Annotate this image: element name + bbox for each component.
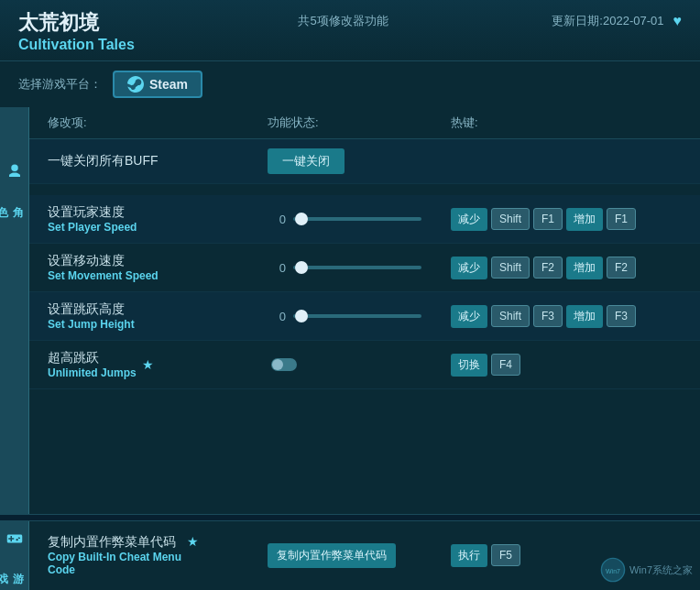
- cheat-name-buff: 一键关闭所有BUFF: [48, 153, 268, 169]
- cheat-row-move-speed: 设置移动速度 Set Movement Speed 0 减少 Shift F2 …: [29, 244, 700, 292]
- buff-name-cn: 一键关闭所有BUFF: [48, 153, 268, 169]
- game-side-tab: 游戏: [0, 521, 29, 590]
- move-speed-decrease-btn[interactable]: 减少: [451, 257, 487, 279]
- section-divider: [0, 514, 700, 521]
- player-speed-cn: 设置玩家速度: [48, 204, 268, 221]
- col-header-3: 热键:: [451, 115, 682, 131]
- buff-status: 一键关闭: [268, 148, 451, 174]
- cheat-row-player-speed: 设置玩家速度 Set Player Speed 0 减少 Shift F1 增加…: [29, 195, 700, 244]
- unlimited-jumps-toggle: [268, 358, 451, 371]
- platform-label: 选择游戏平台：: [18, 76, 102, 93]
- bottom-section: 游戏 复制内置作弊菜单代码 Copy Built-In Cheat MenuCo…: [0, 521, 700, 590]
- jump-height-name: 设置跳跃高度 Set Jump Height: [48, 301, 268, 331]
- header: 太荒初境 Cultivation Tales 共5项修改器功能 更新日期:202…: [0, 0, 700, 61]
- copy-cheat-en: Copy Built-In Cheat MenuCode: [48, 551, 181, 576]
- unlimited-jumps-cn: 超高跳跃: [48, 350, 137, 366]
- copy-cheat-labels: 复制内置作弊菜单代码 Copy Built-In Cheat MenuCode: [48, 534, 181, 576]
- unlimited-jumps-star-icon: ★: [142, 357, 154, 372]
- svg-text:Win7: Win7: [606, 568, 620, 574]
- copy-cheat-button-area: 复制内置作弊菜单代码: [268, 543, 451, 568]
- player-speed-hotkeys: 减少 Shift F1 增加 F1: [451, 208, 682, 231]
- move-speed-cn: 设置移动速度: [48, 253, 268, 269]
- col-header-1: 修改项:: [48, 115, 268, 131]
- player-speed-en: Set Player Speed: [48, 221, 268, 234]
- cheat-row-buff: 一键关闭所有BUFF 一键关闭: [29, 139, 700, 184]
- platform-row: 选择游戏平台： Steam: [0, 61, 700, 107]
- unlimited-jumps-name: 超高跳跃 Unlimited Jumps ★: [48, 350, 268, 379]
- move-speed-shift-key[interactable]: Shift: [491, 257, 530, 279]
- copy-cheat-star-icon: ★: [187, 534, 199, 549]
- main-area: 角色 修改项: 功能状态: 热键: 一键关闭所有BUFF 一键关闭 设置玩家速度…: [0, 107, 700, 514]
- player-speed-shift-key[interactable]: Shift: [491, 208, 530, 230]
- header-left: 太荒初境 Cultivation Tales: [18, 9, 135, 53]
- buff-toggle-btn[interactable]: 一键关闭: [268, 148, 345, 174]
- player-speed-decrease-btn[interactable]: 减少: [451, 208, 487, 231]
- player-speed-value: 0: [268, 213, 286, 226]
- jump-height-thumb[interactable]: [295, 310, 308, 322]
- copy-cheat-cn: 复制内置作弊菜单代码: [48, 534, 181, 551]
- player-speed-increase-btn[interactable]: 增加: [566, 208, 603, 231]
- game-icon: [6, 530, 23, 551]
- update-date: 更新日期:2022-07-01: [552, 13, 663, 29]
- header-right: 更新日期:2022-07-01 ♥: [552, 13, 682, 29]
- watermark-text: Win7系统之家: [629, 563, 693, 577]
- unlimited-jumps-toggle-btn[interactable]: 切换: [451, 354, 487, 377]
- move-speed-slider-container: 0: [268, 261, 451, 275]
- move-speed-hotkeys: 减少 Shift F2 增加 F2: [451, 257, 682, 279]
- unlimited-jumps-hotkeys: 切换 F4: [451, 354, 682, 377]
- jump-height-value: 0: [268, 310, 286, 323]
- jump-height-track[interactable]: [293, 314, 421, 318]
- player-speed-slider-container: 0: [268, 213, 451, 226]
- steam-icon: [127, 76, 144, 93]
- move-speed-name: 设置移动速度 Set Movement Speed: [48, 253, 268, 282]
- unlimited-jumps-en: Unlimited Jumps: [48, 366, 137, 379]
- player-speed-thumb[interactable]: [295, 213, 308, 225]
- copy-cheat-btn[interactable]: 复制内置作弊菜单代码: [268, 543, 396, 568]
- player-speed-name: 设置玩家速度 Set Player Speed: [48, 204, 268, 234]
- jump-height-slider-container: 0: [268, 310, 451, 323]
- jump-height-cn: 设置跳跃高度: [48, 301, 268, 318]
- move-speed-value: 0: [268, 261, 286, 275]
- move-speed-f2-key1[interactable]: F2: [533, 257, 563, 279]
- jump-height-hotkeys: 减少 Shift F3 增加 F3: [451, 305, 682, 328]
- jump-height-shift-key[interactable]: Shift: [491, 305, 530, 327]
- favorite-icon[interactable]: ♥: [673, 13, 682, 29]
- cheat-row-unlimited-jumps: 超高跳跃 Unlimited Jumps ★ 切换 F4: [29, 341, 700, 389]
- cheat-row-jump-height: 设置跳跃高度 Set Jump Height 0 减少 Shift F3 增加 …: [29, 292, 700, 341]
- copy-cheat-f5-key[interactable]: F5: [491, 544, 520, 566]
- player-speed-f1-key2[interactable]: F1: [607, 208, 636, 230]
- steam-button[interactable]: Steam: [113, 71, 202, 98]
- move-speed-increase-btn[interactable]: 增加: [566, 257, 603, 279]
- game-title-cn: 太荒初境: [18, 9, 135, 37]
- player-speed-f1-key1[interactable]: F1: [533, 208, 563, 230]
- spacer1: [29, 184, 700, 195]
- player-speed-track[interactable]: [293, 217, 421, 221]
- copy-cheat-name: 复制内置作弊菜单代码 Copy Built-In Cheat MenuCode …: [48, 534, 268, 576]
- move-speed-thumb[interactable]: [295, 261, 308, 274]
- move-speed-track[interactable]: [293, 266, 421, 269]
- feature-count: 共5项修改器功能: [298, 13, 388, 29]
- move-speed-en: Set Movement Speed: [48, 269, 268, 282]
- copy-cheat-exec-btn[interactable]: 执行: [451, 544, 487, 567]
- unlimited-jumps-switch-thumb: [272, 359, 283, 370]
- character-icon: [6, 162, 23, 184]
- watermark: Win7 Win7系统之家: [600, 557, 693, 583]
- jump-height-en: Set Jump Height: [48, 318, 268, 331]
- jump-height-f3-key1[interactable]: F3: [533, 305, 563, 327]
- jump-height-f3-key2[interactable]: F3: [607, 305, 636, 327]
- move-speed-f2-key2[interactable]: F2: [607, 257, 636, 279]
- unlimited-jumps-f4-key[interactable]: F4: [491, 354, 520, 376]
- jump-height-increase-btn[interactable]: 增加: [566, 305, 603, 328]
- watermark-logo-icon: Win7: [600, 557, 626, 583]
- game-tab-label[interactable]: 游戏: [2, 558, 27, 569]
- jump-height-decrease-btn[interactable]: 减少: [451, 305, 487, 328]
- character-side-tab: 角色: [0, 107, 29, 514]
- table-header: 修改项: 功能状态: 热键:: [29, 107, 700, 139]
- content-area: 修改项: 功能状态: 热键: 一键关闭所有BUFF 一键关闭 设置玩家速度 Se…: [29, 107, 700, 514]
- unlimited-jumps-labels: 超高跳跃 Unlimited Jumps: [48, 350, 137, 379]
- game-title-en: Cultivation Tales: [18, 37, 135, 53]
- unlimited-jumps-switch[interactable]: [271, 358, 297, 371]
- col-header-2: 功能状态:: [268, 115, 451, 131]
- steam-label: Steam: [149, 77, 188, 92]
- character-tab-label[interactable]: 角色: [2, 191, 27, 202]
